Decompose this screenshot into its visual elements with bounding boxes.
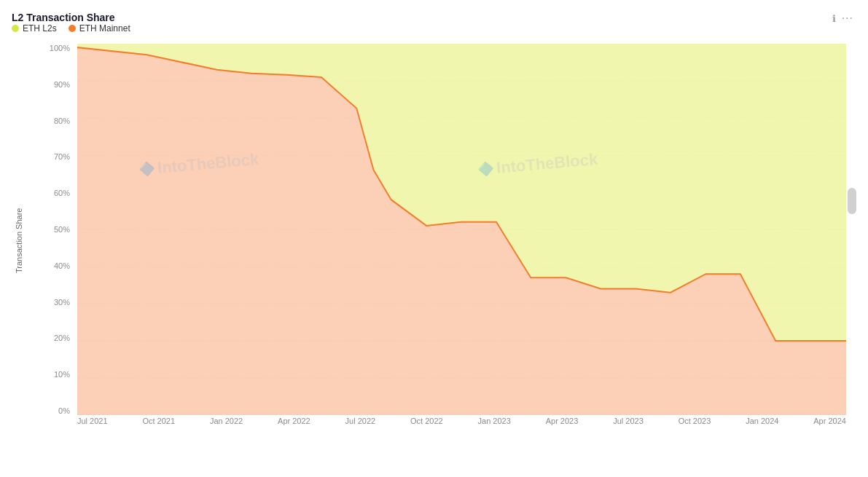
eth-mainnet-label: ETH Mainnet bbox=[79, 23, 130, 33]
y-tick-90: 90% bbox=[54, 80, 70, 89]
y-tick-10: 10% bbox=[54, 370, 70, 379]
legend-item-eth-l2s: ETH L2s bbox=[12, 23, 57, 33]
chart-container: L2 Transaction Share ETH L2s ETH Mainnet… bbox=[0, 0, 868, 477]
x-tick-jan2023: Jan 2023 bbox=[478, 417, 511, 425]
eth-mainnet-dot bbox=[69, 25, 76, 32]
y-tick-100: 100% bbox=[50, 44, 70, 52]
x-tick-apr2022: Apr 2022 bbox=[278, 417, 310, 425]
x-tick-oct2023: Oct 2023 bbox=[679, 417, 711, 425]
y-tick-50: 50% bbox=[54, 225, 70, 234]
y-tick-60: 60% bbox=[54, 189, 70, 197]
header-icons: ℹ ··· bbox=[832, 12, 853, 25]
legend-item-eth-mainnet: ETH Mainnet bbox=[69, 23, 130, 33]
y-tick-70: 70% bbox=[54, 152, 70, 161]
scroll-indicator[interactable] bbox=[848, 188, 856, 214]
y-tick-80: 80% bbox=[54, 117, 70, 125]
y-axis-label: Transaction Share bbox=[12, 44, 26, 437]
chart-area: Transaction Share 100% 90% 80% 70% 60% 5… bbox=[12, 44, 853, 437]
more-icon[interactable]: ··· bbox=[842, 12, 853, 25]
y-axis: 100% 90% 80% 70% 60% 50% 40% 30% 20% 10%… bbox=[48, 44, 74, 415]
x-tick-apr2023: Apr 2023 bbox=[546, 417, 579, 425]
chart-svg bbox=[77, 44, 846, 415]
x-tick-jul2023: Jul 2023 bbox=[613, 417, 644, 425]
y-tick-0: 0% bbox=[58, 406, 70, 415]
x-axis: Jul 2021 Oct 2021 Jan 2022 Apr 2022 Jul … bbox=[77, 417, 846, 437]
x-tick-apr2024: Apr 2024 bbox=[813, 417, 846, 425]
x-tick-jan2024: Jan 2024 bbox=[746, 417, 778, 425]
y-tick-20: 20% bbox=[54, 334, 70, 342]
eth-l2s-label: ETH L2s bbox=[23, 23, 57, 33]
x-tick-jan2022: Jan 2022 bbox=[210, 417, 243, 425]
info-icon[interactable]: ℹ bbox=[832, 13, 836, 24]
x-tick-oct2022: Oct 2022 bbox=[410, 417, 443, 425]
y-tick-40: 40% bbox=[54, 261, 70, 270]
chart-header: L2 Transaction Share ETH L2s ETH Mainnet… bbox=[12, 12, 853, 39]
legend: ETH L2s ETH Mainnet bbox=[12, 23, 130, 33]
plot-area: 🔷 IntoTheBlock 🔷 IntoTheBlock bbox=[77, 44, 846, 415]
eth-l2s-dot bbox=[12, 25, 19, 32]
chart-inner: 100% 90% 80% 70% 60% 50% 40% 30% 20% 10%… bbox=[48, 44, 853, 437]
y-tick-30: 30% bbox=[54, 298, 70, 307]
chart-title: L2 Transaction Share bbox=[12, 12, 130, 23]
x-tick-jul2021: Jul 2021 bbox=[77, 417, 108, 425]
x-tick-oct2021: Oct 2021 bbox=[142, 417, 175, 425]
x-tick-jul2022: Jul 2022 bbox=[345, 417, 376, 425]
